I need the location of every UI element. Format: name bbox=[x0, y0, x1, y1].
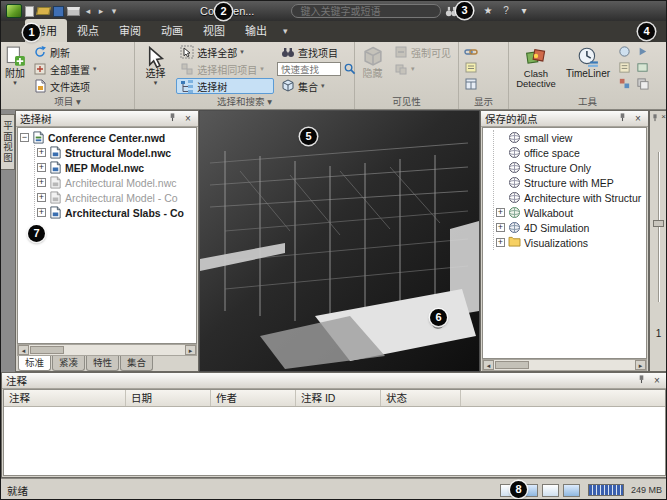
file-options-button[interactable]: 文件选项 bbox=[29, 78, 101, 94]
selection-tree-button[interactable]: 选择树 bbox=[176, 78, 274, 94]
scrollbar-thumb[interactable] bbox=[495, 361, 529, 369]
expand-icon[interactable]: + bbox=[37, 208, 46, 217]
tree-tab-sets[interactable]: 集合 bbox=[120, 356, 153, 371]
help-dropdown-icon[interactable]: ▾ bbox=[516, 4, 531, 18]
column-date[interactable]: 日期 bbox=[126, 390, 211, 406]
ribbon-display-toggle-icon[interactable]: ▾ bbox=[277, 26, 294, 42]
tree-tab-standard[interactable]: 标准 bbox=[18, 356, 51, 371]
group-label-tools[interactable]: 工具 bbox=[509, 96, 666, 109]
expand-icon[interactable]: + bbox=[496, 238, 505, 247]
tree-item-root[interactable]: − Conference Center.nwd bbox=[20, 130, 196, 145]
viewpoint-item[interactable]: small view bbox=[496, 130, 646, 145]
column-status[interactable]: 状态 bbox=[381, 390, 461, 406]
sheet-next-icon[interactable] bbox=[542, 484, 559, 497]
tab-review[interactable]: 审阅 bbox=[109, 19, 151, 42]
viewpoint-folder-item[interactable]: + Visualizations bbox=[496, 235, 646, 250]
expand-icon[interactable]: + bbox=[37, 148, 46, 157]
close-icon[interactable]: × bbox=[632, 113, 644, 125]
append-button[interactable]: 附加 ▾ bbox=[4, 44, 26, 96]
pin-icon[interactable] bbox=[651, 113, 659, 124]
vertical-slider[interactable] bbox=[653, 152, 664, 302]
tree-tab-compact[interactable]: 紧凑 bbox=[52, 356, 85, 371]
print-icon[interactable] bbox=[67, 7, 80, 16]
scripter-button[interactable] bbox=[616, 60, 633, 75]
pin-icon[interactable] bbox=[635, 374, 647, 387]
collapse-icon[interactable]: − bbox=[20, 133, 29, 142]
horizontal-scrollbar[interactable]: ◂ ▸ bbox=[17, 344, 197, 356]
column-comment[interactable]: 注释 bbox=[4, 390, 126, 406]
viewport-3d[interactable] bbox=[199, 110, 480, 372]
slider-thumb[interactable] bbox=[653, 220, 664, 227]
refresh-button[interactable]: 刷新 bbox=[29, 44, 101, 60]
pin-icon[interactable] bbox=[166, 112, 178, 125]
tab-animation[interactable]: 动画 bbox=[151, 19, 193, 42]
search-input[interactable] bbox=[291, 4, 441, 18]
presenter-button[interactable] bbox=[616, 44, 633, 59]
close-icon[interactable]: × bbox=[182, 113, 194, 125]
quick-find-input[interactable] bbox=[277, 62, 341, 76]
find-items-button[interactable]: 查找项目 bbox=[277, 44, 351, 60]
tab-output[interactable]: 输出 bbox=[235, 19, 277, 42]
plan-view-tab[interactable]: 平面视图 bbox=[1, 114, 15, 170]
viewpoint-folder-item[interactable]: + Walkabout bbox=[496, 205, 646, 220]
column-author[interactable]: 作者 bbox=[211, 390, 296, 406]
clash-detective-button[interactable]: Clash Detective bbox=[512, 44, 560, 96]
datatools-button[interactable] bbox=[634, 60, 651, 75]
column-comment-id[interactable]: 注释 ID bbox=[296, 390, 381, 406]
viewpoint-item[interactable]: office space bbox=[496, 145, 646, 160]
viewpoint-folder-item[interactable]: + 4D Simulation bbox=[496, 220, 646, 235]
help-icon[interactable]: ? bbox=[498, 4, 513, 18]
properties-button[interactable] bbox=[462, 76, 479, 91]
viewpoint-item[interactable]: Architecture with Structur bbox=[496, 190, 646, 205]
require-button[interactable]: 强制可见 bbox=[390, 44, 455, 60]
select-all-button[interactable]: 选择全部 ▾ bbox=[176, 44, 274, 60]
redo-icon[interactable]: ▸ bbox=[96, 5, 106, 17]
appearance-profiler-button[interactable] bbox=[616, 76, 633, 91]
pin-icon[interactable] bbox=[616, 112, 628, 125]
animator-button[interactable] bbox=[634, 44, 651, 59]
save-icon[interactable] bbox=[53, 6, 64, 17]
hide-unselected-button[interactable]: ▾ bbox=[390, 61, 455, 77]
timeliner-button[interactable]: TimeLiner bbox=[563, 44, 613, 96]
expand-icon[interactable]: + bbox=[496, 223, 505, 232]
sets-button[interactable]: 集合 ▾ bbox=[277, 78, 351, 94]
tree-item[interactable]: + Architectural Model.nwc bbox=[37, 175, 196, 190]
undo-icon[interactable]: ◂ bbox=[83, 5, 93, 17]
group-label-visibility[interactable]: 可见性 bbox=[355, 96, 458, 109]
viewpoint-item[interactable]: Structure with MEP bbox=[496, 175, 646, 190]
select-same-button[interactable]: 选择相同项目 ▾ bbox=[176, 61, 274, 77]
sheet-last-icon[interactable] bbox=[563, 484, 580, 497]
tree-tab-properties[interactable]: 特性 bbox=[86, 356, 119, 371]
close-icon[interactable]: × bbox=[651, 375, 663, 387]
new-file-icon[interactable] bbox=[25, 6, 34, 17]
hide-button[interactable]: 隐藏 bbox=[358, 44, 387, 96]
favorites-star-icon[interactable]: ★ bbox=[480, 4, 495, 18]
tree-item[interactable]: + MEP Model.nwc bbox=[37, 160, 196, 175]
links-button[interactable] bbox=[462, 44, 479, 59]
group-label-select-search[interactable]: 选择和搜索 ▾ bbox=[135, 96, 354, 109]
app-logo-icon[interactable] bbox=[6, 4, 22, 18]
tab-view[interactable]: 视图 bbox=[193, 19, 235, 42]
scroll-right-icon[interactable]: ▸ bbox=[185, 345, 196, 355]
qat-dropdown-icon[interactable]: ▾ bbox=[109, 5, 119, 17]
select-button[interactable]: 选择 ▾ bbox=[138, 44, 173, 96]
scroll-right-icon[interactable]: ▸ bbox=[635, 360, 646, 370]
expand-icon[interactable]: + bbox=[37, 193, 46, 202]
tree-item[interactable]: + Architectural Model - Co bbox=[37, 190, 196, 205]
open-file-icon[interactable] bbox=[36, 7, 51, 15]
quick-properties-button[interactable] bbox=[462, 60, 479, 75]
group-label-display[interactable]: 显示 bbox=[459, 96, 508, 109]
tree-item[interactable]: + Structural Model.nwc bbox=[37, 145, 196, 160]
expand-icon[interactable]: + bbox=[37, 178, 46, 187]
horizontal-scrollbar[interactable]: ◂ ▸ bbox=[482, 359, 647, 371]
tab-viewpoint[interactable]: 视点 bbox=[67, 19, 109, 42]
group-label-project[interactable]: 项目 ▾ bbox=[1, 96, 134, 109]
comments-list[interactable] bbox=[4, 407, 665, 475]
batch-utility-button[interactable] bbox=[634, 76, 651, 91]
expand-icon[interactable]: + bbox=[37, 163, 46, 172]
close-icon[interactable]: × bbox=[661, 113, 666, 124]
scroll-left-icon[interactable]: ◂ bbox=[483, 360, 494, 370]
tree-item[interactable]: + Architectural Slabs - Co bbox=[37, 205, 196, 220]
scroll-left-icon[interactable]: ◂ bbox=[18, 345, 29, 355]
scrollbar-thumb[interactable] bbox=[30, 346, 64, 354]
